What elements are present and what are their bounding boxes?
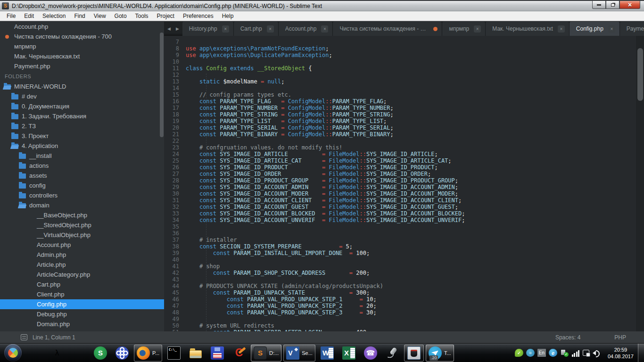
sidebar-scrollbar[interactable] xyxy=(160,33,164,137)
menu-item-help[interactable]: Help xyxy=(218,13,238,19)
indent-setting[interactable]: Spaces: 4 xyxy=(555,334,580,341)
taskbar-button-system-monitor[interactable] xyxy=(69,345,89,362)
volume-icon[interactable] xyxy=(592,349,601,357)
usb-safely-remove-icon[interactable]: ✓ xyxy=(560,349,569,357)
taskbar-button-sublime-text[interactable]: SD:... xyxy=(251,345,281,362)
tab-чистка-системы-охлаждения-700[interactable]: Чистка системы охлаждения - 700 xyxy=(333,22,442,36)
restore-button[interactable] xyxy=(606,1,619,9)
folder-item-4-application[interactable]: 4. Application xyxy=(0,141,164,151)
folder-item-3-проект[interactable]: 3. Проект xyxy=(0,131,164,141)
file-item-storedobject-php[interactable]: __StoredObject.php xyxy=(0,220,164,230)
menu-item-project[interactable]: Project xyxy=(153,13,179,19)
taskbar-button-firefox[interactable]: P... xyxy=(134,345,162,362)
taskbar-button-floppy-app[interactable] xyxy=(207,345,227,362)
tab-account-php[interactable]: Account.php xyxy=(279,22,333,36)
taskbar-button-microphone[interactable] xyxy=(382,345,402,362)
taskbar-button-explorer[interactable] xyxy=(186,345,206,362)
taskbar-button-tiles-app[interactable] xyxy=(25,345,45,362)
code-area[interactable]: 78use app\exceptions\ParamNotFoundExcept… xyxy=(164,36,644,331)
file-item-debug-php[interactable]: Debug.php xyxy=(0,309,164,319)
file-item-admin-php[interactable]: Admin.php xyxy=(0,250,164,260)
file-item-domain-php[interactable]: Domain.php xyxy=(0,319,164,329)
folder-item-#-dev[interactable]: # dev xyxy=(0,91,164,101)
taskbar-button-knot-app[interactable] xyxy=(112,345,132,362)
minimize-button[interactable] xyxy=(592,1,606,9)
file-item-account-php[interactable]: Account.php xyxy=(0,240,164,250)
folder-item-actions[interactable]: actions xyxy=(0,161,164,171)
taskbar-clock[interactable]: 20:59 04.08.2017 xyxy=(608,346,634,360)
open-file-item[interactable]: Мак. Чернышевская.txt xyxy=(0,51,164,61)
syntax-mode[interactable]: PHP xyxy=(614,334,626,341)
open-file-item[interactable]: Account.php xyxy=(0,22,164,32)
green-check-app-icon[interactable]: ✓ xyxy=(515,349,523,357)
folder-item-2-тз[interactable]: 2. ТЗ xyxy=(0,121,164,131)
tab-мпрмпр[interactable]: мпрмпр xyxy=(442,22,486,36)
tab-payment-php[interactable]: Payment.php xyxy=(620,22,644,36)
show-desktop-button[interactable] xyxy=(638,344,644,362)
open-file-item[interactable]: мпрмпр xyxy=(0,41,164,51)
taskbar-button-command-prompt[interactable]: C:\_ xyxy=(164,345,184,362)
file-item-articlecategory-php[interactable]: ArticleCategory.php xyxy=(0,270,164,280)
folder-item-install[interactable]: __install xyxy=(0,151,164,161)
menu-item-preferences[interactable]: Preferences xyxy=(179,13,218,19)
start-button[interactable] xyxy=(4,344,22,362)
taskbar-button-hat-app[interactable] xyxy=(404,345,424,362)
menu-item-view[interactable]: View xyxy=(90,13,110,19)
close-tab-icon[interactable] xyxy=(558,25,565,33)
file-item-article-php[interactable]: Article.php xyxy=(0,260,164,270)
minimize-icon xyxy=(597,4,601,6)
tab-мак-чернышевская-txt[interactable]: Мак. Чернышевская.txt xyxy=(486,22,570,36)
editor-scrollbar-thumb[interactable] xyxy=(637,48,643,101)
menu-item-find[interactable]: Find xyxy=(70,13,89,19)
file-item-config-php[interactable]: Config.php xyxy=(0,299,164,309)
close-tab-icon[interactable] xyxy=(267,25,274,33)
taskbar-button-telegram[interactable]: T....20 xyxy=(426,345,454,362)
close-tab-icon[interactable] xyxy=(321,25,328,33)
folder-item-controllers[interactable]: controllers xyxy=(0,190,164,200)
line-number: 30 xyxy=(164,190,186,197)
tab-cart-php[interactable]: Cart.php xyxy=(234,22,279,36)
file-item-cart-php[interactable]: Cart.php xyxy=(0,280,164,289)
close-button[interactable] xyxy=(619,1,640,9)
title-bar[interactable]: S D:\Dropbox\2_move\work-projects\MINERA… xyxy=(0,0,644,11)
blue-dot-app-icon[interactable]: o xyxy=(526,349,535,357)
line-number: 22 xyxy=(164,138,186,144)
taskbar-button-green-s-app[interactable]: S xyxy=(91,345,110,362)
tab-config-php[interactable]: Config.php xyxy=(570,22,620,36)
close-tab-icon[interactable] xyxy=(608,25,615,33)
tab-history-php[interactable]: History.php xyxy=(182,22,234,36)
e-app-icon[interactable]: e xyxy=(549,349,557,357)
folder-item-domain[interactable]: domain xyxy=(0,200,164,210)
menu-item-file[interactable]: File xyxy=(2,13,20,19)
folder-item-1-задачи-требования[interactable]: 1. Задачи. Требования xyxy=(0,111,164,121)
menu-item-goto[interactable]: Goto xyxy=(110,13,131,19)
file-item-baseobject-php[interactable]: __BaseObject.php xyxy=(0,210,164,220)
menu-item-tools[interactable]: Tools xyxy=(131,13,153,19)
folder-item-assets[interactable]: assets xyxy=(0,171,164,181)
open-file-item[interactable]: Чистка системы охлаждения - 700 xyxy=(0,32,164,41)
taskbar-button-lambda-app[interactable]: λ xyxy=(47,345,67,362)
menu-item-edit[interactable]: Edit xyxy=(20,13,38,19)
taskbar-button-visio[interactable]: VSe... xyxy=(283,345,315,362)
taskbar-button-word[interactable]: W xyxy=(317,345,337,362)
close-tab-icon[interactable] xyxy=(474,25,481,33)
tab-scroll-left-icon[interactable] xyxy=(167,27,171,31)
taskbar-button-ccleaner[interactable]: C xyxy=(229,345,249,362)
power-plug-icon[interactable] xyxy=(583,350,589,356)
code-line: 22 xyxy=(164,138,644,144)
console-panel-icon[interactable] xyxy=(21,334,27,340)
taskbar-button-viber[interactable]: ☎ xyxy=(361,345,380,362)
open-file-item[interactable]: Payment.php xyxy=(0,61,164,71)
file-item-virtualobject-php[interactable]: __VirtualObject.php xyxy=(0,230,164,240)
language-indicator-icon[interactable]: En xyxy=(537,349,546,357)
menu-item-selection[interactable]: Selection xyxy=(38,13,70,19)
close-tab-icon[interactable] xyxy=(222,25,229,33)
file-item-client-php[interactable]: Client.php xyxy=(0,289,164,299)
taskbar-button-excel[interactable]: X xyxy=(339,345,359,362)
tab-scroll-right-icon[interactable] xyxy=(176,27,179,31)
network-signal-icon[interactable] xyxy=(571,349,580,357)
folder-item-mineral-world[interactable]: MINERAL-WORLD xyxy=(0,82,164,91)
folder-item-0-документация[interactable]: 0. Документация xyxy=(0,101,164,111)
code-text: const SYS_IMAGE_ID_ACCOUNT_GUEST = FileM… xyxy=(186,204,458,210)
folder-item-config[interactable]: config xyxy=(0,181,164,190)
